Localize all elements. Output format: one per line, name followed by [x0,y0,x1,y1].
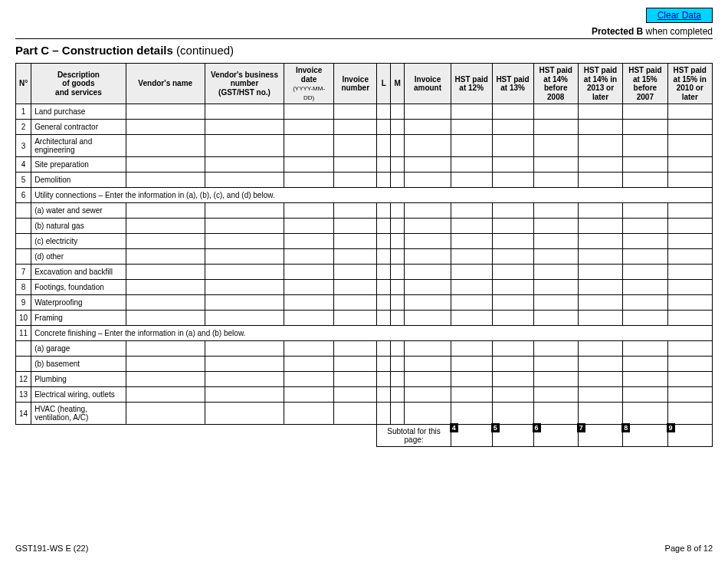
cell-input[interactable] [533,203,578,219]
clear-data-button[interactable]: Clear Data [646,8,713,23]
cell-input[interactable] [492,120,533,135]
cell-input[interactable] [284,341,334,357]
cell-input[interactable] [126,357,205,372]
cell-input[interactable] [623,311,667,326]
cell-input[interactable] [391,249,405,265]
cell-input[interactable] [492,249,533,265]
cell-input[interactable] [533,173,578,188]
cell-input[interactable] [667,372,712,387]
subtotal-cell[interactable]: 8 [623,425,667,447]
cell-input[interactable] [492,403,533,425]
cell-input[interactable] [578,173,622,188]
cell-input[interactable] [533,219,578,234]
cell-input[interactable] [405,173,451,188]
cell-input[interactable] [667,219,712,234]
cell-input[interactable] [391,203,405,219]
cell-input[interactable] [578,357,622,372]
cell-input[interactable] [451,403,492,425]
cell-input[interactable] [284,219,334,234]
cell-input[interactable] [405,120,451,135]
cell-input[interactable] [623,203,667,219]
cell-input[interactable] [334,203,377,219]
cell-input[interactable] [533,387,578,403]
cell-input[interactable] [533,372,578,387]
cell-input[interactable] [205,295,284,311]
cell-input[interactable] [492,295,533,311]
cell-input[interactable] [533,357,578,372]
cell-input[interactable] [284,173,334,188]
cell-input[interactable] [405,280,451,295]
cell-input[interactable] [405,357,451,372]
cell-input[interactable] [451,372,492,387]
cell-input[interactable] [578,234,622,249]
cell-input[interactable] [391,403,405,425]
cell-input[interactable] [492,280,533,295]
cell-input[interactable] [623,403,667,425]
cell-input[interactable] [578,104,622,120]
cell-input[interactable] [451,157,492,173]
cell-input[interactable] [623,357,667,372]
cell-input[interactable] [334,403,377,425]
cell-input[interactable] [377,387,391,403]
cell-input[interactable] [284,203,334,219]
cell-input[interactable] [205,357,284,372]
cell-input[interactable] [533,265,578,280]
cell-input[interactable] [578,219,622,234]
cell-input[interactable] [405,387,451,403]
cell-input[interactable] [533,249,578,265]
cell-input[interactable] [391,234,405,249]
cell-input[interactable] [492,203,533,219]
cell-input[interactable] [533,104,578,120]
cell-input[interactable] [334,265,377,280]
cell-input[interactable] [623,173,667,188]
cell-input[interactable] [334,135,377,157]
cell-input[interactable] [284,265,334,280]
cell-input[interactable] [492,387,533,403]
cell-input[interactable] [623,120,667,135]
cell-input[interactable] [451,173,492,188]
cell-input[interactable] [578,311,622,326]
subtotal-cell[interactable]: 6 [533,425,578,447]
cell-input[interactable] [334,249,377,265]
cell-input[interactable] [205,403,284,425]
cell-input[interactable] [205,104,284,120]
cell-input[interactable] [667,120,712,135]
cell-input[interactable] [205,135,284,157]
cell-input[interactable] [377,157,391,173]
cell-input[interactable] [667,173,712,188]
cell-input[interactable] [578,249,622,265]
cell-input[interactable] [623,387,667,403]
cell-input[interactable] [492,234,533,249]
cell-input[interactable] [578,203,622,219]
cell-input[interactable] [205,265,284,280]
cell-input[interactable] [451,311,492,326]
cell-input[interactable] [451,357,492,372]
cell-input[interactable] [126,341,205,357]
cell-input[interactable] [492,341,533,357]
cell-input[interactable] [391,341,405,357]
cell-input[interactable] [405,372,451,387]
cell-input[interactable] [451,387,492,403]
cell-input[interactable] [451,234,492,249]
cell-input[interactable] [623,341,667,357]
cell-input[interactable] [578,403,622,425]
cell-input[interactable] [284,403,334,425]
cell-input[interactable] [391,387,405,403]
cell-input[interactable] [533,157,578,173]
cell-input[interactable] [334,372,377,387]
cell-input[interactable] [377,234,391,249]
cell-input[interactable] [451,120,492,135]
cell-input[interactable] [405,311,451,326]
cell-input[interactable] [377,120,391,135]
cell-input[interactable] [391,135,405,157]
cell-input[interactable] [578,280,622,295]
cell-input[interactable] [126,403,205,425]
cell-input[interactable] [334,219,377,234]
cell-input[interactable] [205,387,284,403]
cell-input[interactable] [533,234,578,249]
subtotal-cell[interactable]: 9 [667,425,712,447]
cell-input[interactable] [391,280,405,295]
cell-input[interactable] [451,219,492,234]
cell-input[interactable] [533,120,578,135]
cell-input[interactable] [126,157,205,173]
